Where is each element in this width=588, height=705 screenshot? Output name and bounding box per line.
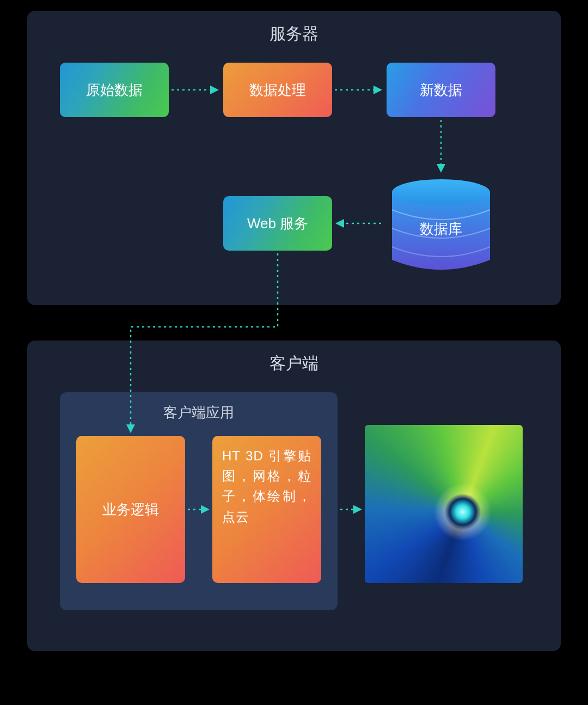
node-web-service-label: Web 服务 <box>247 212 308 234</box>
client-title: 客户端 <box>270 353 318 375</box>
node-processing: 数据处理 <box>223 63 332 117</box>
node-ht-engine: HT 3D 引擎贴图，网格，粒子，体绘制，点云 <box>212 436 321 583</box>
visualization-output <box>365 425 523 583</box>
client-app-title: 客户端应用 <box>163 403 234 422</box>
server-panel: 服务器 原始数据 数据处理 新数据 <box>27 11 561 305</box>
node-raw-data-label: 原始数据 <box>86 79 143 101</box>
node-raw-data: 原始数据 <box>60 63 169 117</box>
node-new-data-label: 新数据 <box>420 79 462 101</box>
node-database-label: 数据库 <box>420 220 462 239</box>
node-database: 数据库 <box>387 177 495 275</box>
node-processing-label: 数据处理 <box>249 79 306 101</box>
node-business-logic-label: 业务逻辑 <box>102 499 159 520</box>
client-app-panel: 客户端应用 业务逻辑 HT 3D 引擎贴图，网格，粒子，体绘制，点云 <box>60 392 338 610</box>
node-business-logic: 业务逻辑 <box>76 436 185 583</box>
node-new-data: 新数据 <box>387 63 495 117</box>
node-web-service: Web 服务 <box>223 196 332 251</box>
svg-point-0 <box>392 179 490 205</box>
client-panel: 客户端 客户端应用 业务逻辑 HT 3D 引擎贴图，网格，粒子，体绘制，点云 <box>27 341 561 651</box>
node-ht-engine-label: HT 3D 引擎贴图，网格，粒子，体绘制，点云 <box>222 446 311 527</box>
server-title: 服务器 <box>270 23 318 45</box>
